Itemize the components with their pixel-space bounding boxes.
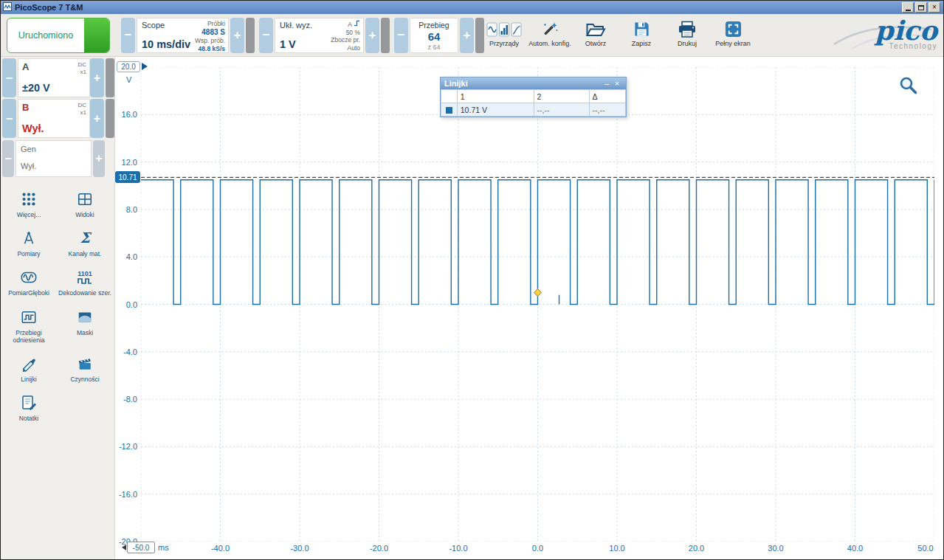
sidebar-tool-label: PomiarGłęboki	[8, 289, 49, 297]
x-axis-tick: 10.0	[601, 544, 633, 553]
zoom-overview-icon[interactable]	[899, 76, 918, 98]
y-axis-unit: V	[126, 75, 131, 84]
reference-waveforms-icon	[21, 308, 37, 326]
ruler-row[interactable]: 10.71 V --,-- --,--	[441, 103, 626, 117]
chart-area[interactable]: 16.012.08.04.00.0-4.0-8.0-12.0-16.0-20.0…	[115, 57, 943, 559]
logo-subtitle: Technology	[827, 42, 937, 50]
x-axis-marker-icon	[122, 545, 126, 550]
y-axis-tick: 12.0	[122, 158, 137, 167]
channel-a-minus-button[interactable]: −	[2, 58, 16, 97]
generator-plus-button[interactable]: +	[93, 140, 105, 177]
sidebar-tool-rulers[interactable]: Linijki	[1, 355, 57, 383]
titlebar[interactable]: PicoScope 7 T&M ×	[1, 1, 943, 14]
x-axis-first-label[interactable]: -50.0	[127, 542, 155, 553]
channel-a-options-button[interactable]	[106, 58, 114, 97]
rulers-col-1: 1	[457, 90, 534, 103]
plus-icon: +	[95, 152, 102, 165]
trigger-level-minus-button[interactable]: −	[259, 18, 273, 53]
sidebar-tool-notes[interactable]: Notatki	[1, 394, 57, 422]
y-axis-tick: 16.0	[122, 110, 137, 119]
minimize-button[interactable]	[902, 2, 914, 13]
channel-b-range: Wył.	[22, 122, 44, 134]
channel-a-panel[interactable]: A DCx1 ±20 V	[18, 58, 90, 97]
waveform-plot[interactable]	[141, 67, 934, 542]
sidebar-tool-label: Pomiary	[17, 250, 40, 257]
timebase-minus-button[interactable]: −	[121, 18, 135, 53]
channel-b-panel[interactable]: B DCx1 Wył.	[18, 99, 90, 138]
sidebar-tools: Więcej...WidokiPomiaryΣKanały mat.Pomiar…	[1, 184, 113, 422]
sidebar-tool-actions[interactable]: Czynności	[57, 355, 113, 383]
sidebar-tool-deepmeasure[interactable]: PomiarGłęboki	[1, 269, 57, 297]
trigger-mode: Auto	[348, 44, 361, 52]
rulers-panel-minimize-icon[interactable]: –	[602, 80, 612, 88]
run-stop-button[interactable]: Uruchomiono	[7, 18, 110, 53]
auto-setup-button[interactable]: Autom. konfig.	[528, 19, 572, 53]
channel-a-name: A	[22, 61, 29, 72]
instruments-button[interactable]: Przyrządy	[482, 19, 526, 53]
rulers-panel-titlebar[interactable]: Linijki – ×	[441, 77, 626, 89]
trigger-panel-title: Ukł. wyz.	[280, 21, 312, 30]
channel-b-options-button[interactable]	[106, 99, 114, 138]
waveform-next-button[interactable]: +	[460, 18, 474, 53]
x-axis-tick: -40.0	[204, 544, 237, 553]
trigger-options-button[interactable]	[381, 18, 390, 53]
minus-icon: −	[4, 152, 11, 165]
waveform-prev-button[interactable]: −	[394, 18, 408, 53]
sidebar-tool-label: Linijki	[21, 376, 36, 383]
scope-options-button[interactable]	[246, 18, 255, 53]
run-indicator	[84, 18, 109, 52]
sidebar-tool-math-channels[interactable]: ΣKanały mat.	[57, 229, 113, 257]
channel-a-plus-button[interactable]: +	[90, 58, 104, 97]
open-button[interactable]: Otwórz	[573, 19, 618, 53]
channel-color-swatch	[446, 107, 452, 114]
print-button[interactable]: Drukuj	[665, 19, 709, 53]
more-icon	[21, 190, 37, 208]
trigger-threshold: 50 %	[346, 29, 360, 37]
trigger-source: A	[348, 21, 352, 29]
generator-minus-button[interactable]: −	[2, 140, 14, 177]
x-axis-tick: 30.0	[759, 544, 792, 553]
channel-a-range: ±20 V	[22, 82, 50, 94]
y-axis-tick: -12.0	[119, 442, 137, 451]
rulers-table-header: 1 2 Δ	[441, 90, 626, 103]
x-axis-tick: 40.0	[839, 544, 872, 553]
rulers-panel-close-icon[interactable]: ×	[612, 80, 622, 88]
scope-panel[interactable]: Scope Próbki 4883 S Wsp. prób. 48.8 kS/s…	[137, 18, 229, 53]
y-axis[interactable]: 16.012.08.04.00.0-4.0-8.0-12.0-16.0-20.0	[115, 57, 139, 559]
print-label: Drukuj	[665, 40, 709, 47]
y-axis-top-handle[interactable]: 20.0	[117, 61, 140, 72]
plus-icon: +	[94, 72, 100, 85]
timebase-plus-button[interactable]: +	[230, 18, 244, 53]
ruler-value-1: 10.71 V	[457, 103, 534, 117]
trigger-level-plus-button[interactable]: +	[365, 18, 379, 53]
save-button[interactable]: Zapisz	[619, 19, 664, 53]
pico-logo: pico Technology	[827, 16, 937, 55]
trigger-panel[interactable]: Ukł. wyz. A 50 % Zbocze pr. Auto 1 V	[275, 18, 364, 53]
sidebar: − A DCx1 ±20 V + − B DCx1 Wył. + − Gen W…	[1, 57, 115, 559]
waveform-panel[interactable]: Przebieg 64 z 64	[410, 18, 458, 53]
plus-icon: +	[94, 112, 100, 125]
fullscreen-button[interactable]: Pełny ekran	[711, 19, 755, 53]
sidebar-tool-reference-waveforms[interactable]: Przebiegi odniesienia	[1, 308, 57, 344]
rulers-panel-title: Linijki	[444, 79, 602, 88]
channel-a-coupling: DCx1	[77, 61, 86, 75]
sidebar-tool-views[interactable]: Widoki	[57, 190, 113, 218]
views-icon	[77, 190, 93, 208]
x-axis-tick: -20.0	[363, 544, 396, 553]
ruler-value-tag[interactable]: 10.71	[115, 171, 140, 183]
x-axis[interactable]: -40.0-30.0-20.0-10.00.010.020.030.040.05…	[115, 543, 943, 555]
sidebar-tool-masks[interactable]: Maski	[57, 308, 113, 344]
channel-b-plus-button[interactable]: +	[90, 99, 104, 138]
sidebar-tool-measurements[interactable]: Pomiary	[1, 229, 57, 257]
generator-panel[interactable]: Gen Wył.	[15, 140, 92, 177]
scope-sampling-info: Próbki 4883 S Wsp. prób. 48.8 kS/s	[195, 20, 225, 52]
close-button[interactable]: ×	[929, 2, 940, 13]
restore-button[interactable]	[915, 2, 927, 13]
sidebar-tool-label: Maski	[77, 329, 93, 336]
trigger-edge-type: Zbocze pr.	[331, 36, 360, 44]
y-axis-tick: -8.0	[123, 395, 137, 404]
rulers-table: 1 2 Δ 10.71 V --,-- --,--	[441, 89, 626, 117]
sidebar-tool-more[interactable]: Więcej...	[1, 190, 57, 218]
sidebar-tool-serial-decoding[interactable]: 1101Dekodowanie szer.	[57, 269, 113, 297]
channel-b-minus-button[interactable]: −	[2, 99, 16, 138]
